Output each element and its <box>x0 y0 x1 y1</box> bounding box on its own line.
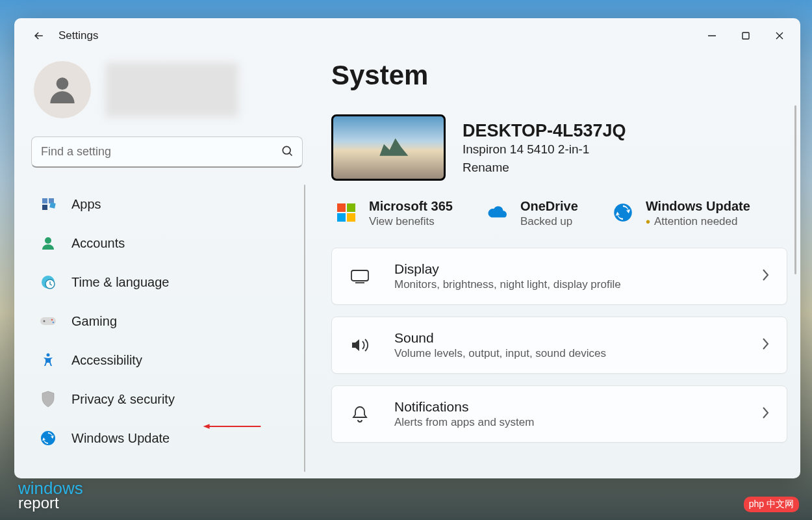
sidebar-item-label: Privacy & security <box>71 392 175 407</box>
svg-rect-5 <box>42 198 47 203</box>
card-sub: Alerts from apps and system <box>394 416 534 429</box>
titlebar: Settings <box>14 18 800 53</box>
svg-point-16 <box>53 322 55 324</box>
profile-block[interactable] <box>31 61 303 118</box>
sidebar-item-label: Accessibility <box>71 353 142 368</box>
quick-title: Windows Update <box>646 199 750 214</box>
sidebar-item-label: Apps <box>71 197 101 212</box>
windows-update-icon <box>612 202 634 224</box>
gaming-icon <box>39 312 57 330</box>
svg-rect-21 <box>337 213 346 222</box>
card-title: Notifications <box>394 399 534 415</box>
device-thumbnail[interactable] <box>331 114 446 181</box>
svg-line-4 <box>290 153 292 156</box>
svg-rect-24 <box>351 270 368 281</box>
svg-point-17 <box>47 354 50 357</box>
card-notifications[interactable]: Notifications Alerts from apps and syste… <box>331 385 787 443</box>
accounts-icon <box>39 234 57 252</box>
quick-microsoft-365[interactable]: Microsoft 365 View benefits <box>335 199 453 228</box>
sidebar-item-privacy-security[interactable]: Privacy & security <box>31 380 303 419</box>
main-content: System DESKTOP-4L537JQ Inspiron 14 5410 … <box>320 53 800 478</box>
svg-point-3 <box>283 146 290 154</box>
device-model: Inspiron 14 5410 2-in-1 <box>463 142 626 157</box>
settings-window: Settings <box>14 18 800 478</box>
scrollbar[interactable] <box>304 185 305 472</box>
notifications-icon <box>349 405 371 423</box>
card-title: Sound <box>394 330 606 346</box>
person-icon <box>44 72 81 108</box>
sidebar: Apps Accounts Time & language <box>14 53 320 478</box>
watermark: windows report <box>18 480 83 511</box>
sidebar-item-label: Accounts <box>71 236 125 251</box>
quick-windows-update[interactable]: Windows Update •Attention needed <box>612 199 750 228</box>
sidebar-item-label: Time & language <box>71 275 169 290</box>
sidebar-item-windows-update[interactable]: Windows Update <box>31 419 303 458</box>
quick-title: OneDrive <box>520 199 578 214</box>
sidebar-item-label: Gaming <box>71 314 117 329</box>
windows-update-icon <box>39 429 57 447</box>
sidebar-item-apps[interactable]: Apps <box>31 185 303 224</box>
card-sub: Monitors, brightness, night light, displ… <box>394 278 621 291</box>
quick-sub: View benefits <box>369 215 453 228</box>
svg-point-2 <box>57 77 69 90</box>
device-name: DESKTOP-4L537JQ <box>463 121 626 141</box>
search-icon <box>281 144 294 160</box>
back-button[interactable] <box>26 23 52 49</box>
scrollbar[interactable] <box>794 105 796 274</box>
card-sub: Volume levels, output, input, sound devi… <box>394 347 606 360</box>
card-display[interactable]: Display Monitors, brightness, night ligh… <box>331 248 787 305</box>
svg-rect-8 <box>49 202 55 208</box>
maximize-icon <box>741 31 750 40</box>
svg-rect-1 <box>742 32 749 39</box>
sidebar-item-gaming[interactable]: Gaming <box>31 302 303 341</box>
card-title: Display <box>394 261 621 277</box>
avatar <box>34 61 91 118</box>
microsoft-365-icon <box>335 202 357 224</box>
quick-onedrive[interactable]: OneDrive Backed up <box>487 199 578 228</box>
maximize-button[interactable] <box>729 23 763 49</box>
minimize-icon <box>707 31 717 40</box>
minimize-button[interactable] <box>695 23 729 49</box>
card-sound[interactable]: Sound Volume levels, output, input, soun… <box>331 317 787 374</box>
shield-icon <box>39 390 57 408</box>
search-wrap <box>31 136 303 168</box>
sidebar-nav: Apps Accounts Time & language <box>31 185 303 478</box>
apps-icon <box>39 195 57 213</box>
onedrive-icon <box>487 202 509 224</box>
close-icon <box>775 31 784 40</box>
chevron-right-icon <box>761 337 770 354</box>
search-input[interactable] <box>31 136 303 168</box>
chevron-right-icon <box>761 406 770 422</box>
sidebar-item-accounts[interactable]: Accounts <box>31 224 303 263</box>
chevron-right-icon <box>761 268 770 285</box>
quick-title: Microsoft 365 <box>369 199 453 214</box>
sound-icon <box>349 337 371 354</box>
app-title: Settings <box>58 29 98 42</box>
svg-rect-7 <box>42 205 47 210</box>
accessibility-icon <box>39 351 57 369</box>
display-icon <box>349 268 371 284</box>
svg-point-15 <box>51 319 53 321</box>
quick-sub: •Attention needed <box>646 215 750 228</box>
php-watermark: php 中文网 <box>744 497 799 512</box>
arrow-left-icon <box>32 29 45 42</box>
svg-rect-22 <box>347 213 355 222</box>
svg-rect-13 <box>40 317 56 325</box>
device-info: DESKTOP-4L537JQ Inspiron 14 5410 2-in-1 … <box>463 121 626 175</box>
svg-point-9 <box>45 237 51 244</box>
sidebar-item-label: Windows Update <box>71 431 170 446</box>
svg-rect-19 <box>337 203 346 212</box>
time-language-icon <box>39 273 57 291</box>
svg-rect-20 <box>347 203 355 212</box>
device-row: DESKTOP-4L537JQ Inspiron 14 5410 2-in-1 … <box>331 114 787 181</box>
svg-point-14 <box>44 320 45 322</box>
page-title: System <box>331 60 787 91</box>
profile-text-redacted <box>105 62 238 117</box>
quick-sub: Backed up <box>520 215 578 228</box>
quick-links-row: Microsoft 365 View benefits OneDrive Bac… <box>331 199 787 228</box>
sidebar-item-accessibility[interactable]: Accessibility <box>31 341 303 380</box>
window-buttons <box>695 23 796 49</box>
sidebar-item-time-language[interactable]: Time & language <box>31 263 303 302</box>
close-button[interactable] <box>763 23 796 49</box>
rename-link[interactable]: Rename <box>463 161 626 175</box>
